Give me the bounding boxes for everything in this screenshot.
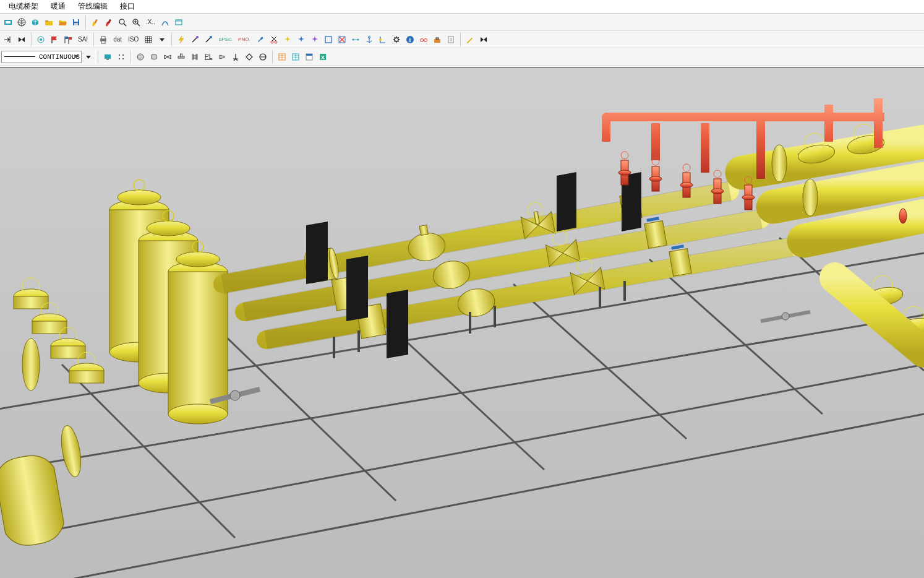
tb-folder-icon[interactable]	[42, 15, 56, 29]
linetype-dropdown[interactable]: CONTINUOUS	[1, 51, 82, 63]
tb-target-icon[interactable]	[34, 33, 48, 46]
tb-glasses-icon[interactable]	[417, 33, 430, 46]
tb-wand-blue-icon[interactable]	[202, 33, 215, 46]
svg-point-17	[271, 41, 273, 43]
tb-toolbox-icon[interactable]	[430, 33, 444, 46]
tb-globe-icon[interactable]	[15, 15, 28, 29]
svg-rect-79	[51, 346, 85, 358]
tb-printer-icon[interactable]	[96, 33, 110, 46]
svg-rect-94	[644, 221, 667, 249]
svg-rect-88	[419, 225, 428, 235]
tb-info-icon[interactable]: i	[403, 33, 417, 46]
tb-flag-icon[interactable]	[48, 33, 61, 46]
svg-point-99	[772, 145, 787, 182]
tb-cylinder-icon[interactable]	[147, 50, 161, 64]
tb-table3-icon[interactable]	[302, 50, 316, 64]
tb-open-icon[interactable]	[56, 15, 69, 29]
svg-point-37	[119, 58, 120, 59]
toolbars-area: .X.. SAI dat ISO SPEC PNO. i	[0, 14, 924, 66]
tb-table1-icon[interactable]	[275, 50, 289, 64]
svg-rect-51	[306, 54, 312, 56]
tb-pencil-red-icon[interactable]	[102, 15, 116, 29]
menu-interface[interactable]: 接口	[114, 0, 141, 13]
svg-rect-34	[106, 59, 109, 60]
svg-point-16	[210, 36, 212, 38]
svg-rect-3	[45, 20, 48, 22]
tb-grid-icon[interactable]	[142, 33, 155, 46]
tb-valve-icon[interactable]	[161, 50, 174, 64]
tb-x-coord-icon[interactable]: .X..	[143, 15, 158, 29]
svg-rect-31	[436, 38, 438, 39]
svg-point-18	[275, 41, 277, 43]
svg-point-67	[168, 404, 228, 424]
menu-hvac[interactable]: 暖通	[45, 0, 72, 13]
tb-layer-icon[interactable]	[1, 15, 15, 29]
tb-pencil-yellow-icon[interactable]	[88, 15, 102, 29]
tb-wrench-icon[interactable]	[254, 33, 267, 46]
tb-dropdown2-icon[interactable]	[82, 50, 95, 64]
tb-bowtie-icon[interactable]	[15, 33, 28, 46]
svg-point-38	[122, 58, 124, 59]
svg-point-122	[742, 195, 755, 200]
tb-tee-icon[interactable]	[174, 50, 188, 64]
tb-cube-icon[interactable]	[28, 15, 42, 29]
toolbar-row-1: .X..	[0, 14, 924, 31]
tb-dots-icon[interactable]	[114, 50, 128, 64]
toolbar-row-3: CONTINUOUS PL X	[0, 48, 924, 66]
svg-rect-13	[101, 37, 105, 39]
svg-point-68	[176, 252, 220, 267]
svg-point-70	[22, 339, 40, 390]
svg-rect-82	[69, 371, 104, 383]
tb-circle-line-icon[interactable]	[256, 50, 270, 64]
tb-pl-button[interactable]: PL	[202, 50, 215, 64]
tb-diamond-icon[interactable]	[242, 50, 256, 64]
tb-table2-icon[interactable]	[289, 50, 302, 64]
tb-flange-icon[interactable]	[188, 50, 202, 64]
tb-spark-gold-icon[interactable]	[281, 33, 294, 46]
tb-dropdown-icon[interactable]	[155, 33, 169, 46]
tb-box-blue-icon[interactable]	[322, 33, 335, 46]
tb-iso-button[interactable]: ISO	[125, 33, 142, 46]
tb-screen-icon[interactable]	[101, 50, 114, 64]
svg-rect-6	[74, 23, 78, 25]
tb-support-icon[interactable]	[229, 50, 242, 64]
tb-spark-purple-icon[interactable]	[308, 33, 322, 46]
menu-pipeline-edit[interactable]: 管线编辑	[72, 0, 114, 13]
tb-sai-button[interactable]: SAI	[75, 33, 91, 46]
tb-reducer-icon[interactable]	[215, 50, 229, 64]
tb-doc-icon[interactable]	[444, 33, 458, 46]
svg-rect-76	[32, 321, 67, 334]
tb-zoom-icon[interactable]	[116, 15, 129, 29]
svg-rect-5	[74, 19, 78, 22]
tb-anchor-icon[interactable]	[362, 33, 376, 46]
tb-cut-icon[interactable]	[267, 33, 281, 46]
tb-curve-icon[interactable]	[158, 15, 172, 29]
tb-wand-purple-icon[interactable]	[188, 33, 202, 46]
tb-sphere-icon[interactable]	[134, 50, 147, 64]
tb-arrow-in-icon[interactable]	[1, 33, 15, 46]
tb-box-cross-icon[interactable]	[335, 33, 349, 46]
svg-point-7	[119, 19, 124, 24]
tb-zoom-extents-icon[interactable]	[129, 15, 143, 29]
tb-spark-blue-icon[interactable]	[294, 33, 308, 46]
tb-gear-icon[interactable]	[390, 33, 403, 46]
tb-pno-button[interactable]: PNO.	[235, 33, 254, 46]
tb-flags-icon[interactable]	[61, 33, 75, 46]
menu-cable-tray[interactable]: 电缆桥架	[2, 0, 45, 13]
tb-pencil-icon[interactable]	[463, 33, 477, 46]
svg-rect-46	[194, 56, 196, 58]
tb-section-icon[interactable]	[376, 33, 390, 46]
tb-bowtie2-icon[interactable]	[477, 33, 490, 46]
tb-save-icon[interactable]	[69, 15, 83, 29]
svg-point-63	[147, 221, 190, 236]
svg-rect-43	[181, 54, 182, 57]
tb-spec-button[interactable]: SPEC	[215, 33, 235, 46]
svg-rect-33	[105, 54, 111, 59]
tb-excel-icon[interactable]: X	[316, 50, 330, 64]
toolbar-row-2: SAI dat ISO SPEC PNO. i	[0, 31, 924, 48]
tb-node-icon[interactable]	[349, 33, 362, 46]
3d-viewport[interactable]	[0, 67, 924, 578]
tb-dat-button[interactable]: dat	[110, 33, 125, 46]
tb-window-icon[interactable]	[172, 15, 186, 29]
tb-lightning-icon[interactable]	[174, 33, 188, 46]
